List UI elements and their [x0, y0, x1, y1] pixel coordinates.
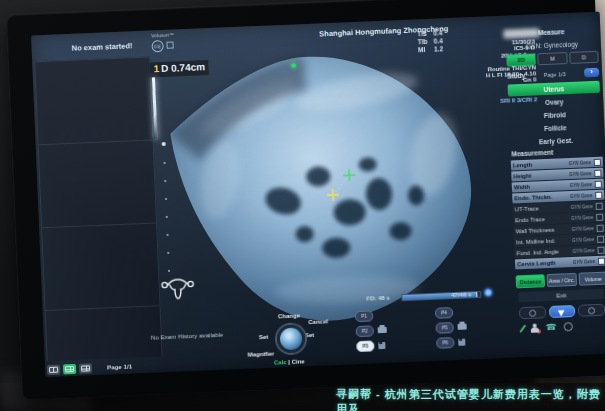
trackball-icon [276, 324, 305, 353]
toggle-cursor[interactable] [549, 305, 576, 318]
measurement-rows: LengthGYN Gene HeightGYN Gene WidthGYN G… [511, 157, 605, 271]
study-next-button[interactable]: › [584, 68, 599, 78]
volume-button[interactable]: Volume [578, 272, 605, 286]
exit-button[interactable]: Exit [518, 289, 604, 303]
pkey-p3[interactable]: P3 [356, 340, 374, 352]
video-caption: 寻嗣帮 - 杭州第三代试管婴儿新费用表一览，附费用及 [336, 387, 605, 411]
fd-counter: 47/48 s [451, 291, 471, 299]
layout-single-button[interactable] [47, 365, 60, 376]
pkey-p1[interactable]: P1 [355, 310, 373, 322]
layout-quad-button[interactable] [63, 364, 76, 375]
tab-2d[interactable]: 2D [506, 53, 536, 66]
pkeys-right: P4 P5 P6 [435, 305, 477, 352]
printer-icon [378, 327, 387, 333]
system-status-icon[interactable] [484, 288, 492, 296]
phone-icon[interactable]: ☎ [546, 323, 558, 332]
study-page: Page 1/3 [525, 70, 584, 78]
trackball-change: Change [278, 312, 300, 319]
checkbox[interactable] [597, 246, 604, 253]
photo-background: No exam started! Voluson™ GE 1D 0.74cm [0, 0, 605, 411]
trackball-set-left: Set [259, 334, 269, 340]
ge-logo-icon: GE [151, 40, 163, 52]
mode-tabs: 2D M D [506, 51, 598, 67]
ultrasound-screen: No exam started! Voluson™ GE 1D 0.74cm [31, 12, 605, 378]
cursor-icon [558, 307, 567, 316]
logo-square-icon [166, 42, 173, 49]
checkbox[interactable] [595, 180, 602, 187]
circle-icon [588, 307, 595, 314]
panel-subtitle: GYN: Gynecology [506, 40, 598, 51]
monitor-bezel: No exam started! Voluson™ GE 1D 0.74cm [6, 0, 605, 400]
checkbox[interactable] [598, 257, 605, 264]
network-icon[interactable] [564, 322, 573, 331]
tab-d[interactable]: D [569, 51, 599, 64]
tis-value: 0.4 [433, 29, 442, 36]
layout-list-button[interactable] [79, 363, 92, 374]
checkbox[interactable] [596, 213, 603, 220]
exam-status-text: No exam started! [72, 42, 133, 53]
save-disk-icon [458, 338, 465, 345]
voluson-logo-text: Voluson™ [151, 32, 174, 39]
checkbox[interactable] [597, 235, 604, 242]
measure-actions: Distance Area / Circ. Volume [516, 272, 605, 289]
user-status-icon[interactable] [531, 323, 539, 332]
fd-label: FD: 48 s [366, 295, 390, 303]
pkey-p6[interactable]: P6 [436, 337, 454, 349]
study-list: Uterus Ovary Fibroid Follicle Early Gest… [508, 81, 603, 150]
layout-buttons [47, 363, 92, 375]
area-circ-button[interactable]: Area / Circ. [547, 273, 577, 287]
printer-icon [458, 323, 467, 329]
pkeys-left: P1 P2 P3 [355, 308, 397, 355]
toggle-left[interactable] [519, 306, 546, 319]
voluson-logo: Voluson™ GE [151, 32, 175, 52]
toggle-right[interactable] [578, 304, 605, 317]
measure-panel: Measure GYN: Gynecology 2D M D Study Pag… [505, 20, 605, 354]
measurement-header: Measurement [511, 149, 553, 158]
pkey-p4[interactable]: P4 [435, 307, 453, 319]
trackball-cancel: Cancel [308, 318, 328, 325]
uterus-bodymark-icon [159, 275, 196, 302]
checkbox[interactable] [594, 169, 601, 176]
checkbox[interactable] [595, 191, 602, 198]
save-disk-icon [378, 341, 385, 348]
history-page-indicator: Page 1/1 [107, 363, 132, 371]
study-label: Study [507, 72, 525, 80]
trackball-hint: Change Cancel Set Set Magnifier Calc | C… [246, 311, 334, 369]
tab-m[interactable]: M [538, 52, 568, 65]
study-row: Study Page 1/3 › [507, 68, 599, 81]
trackball-magnifier: Magnifier [248, 351, 275, 358]
pkey-p5[interactable]: P5 [435, 322, 453, 334]
panel-title: Measure [505, 27, 597, 38]
study-item-early-gest[interactable]: Early Gest. [510, 133, 602, 149]
checkbox[interactable] [596, 202, 603, 209]
circle-icon [529, 309, 536, 316]
checkbox[interactable] [596, 224, 603, 231]
trackball-set-right: Set [305, 332, 315, 338]
trackball-calc-cine: Calc | Cine [274, 358, 305, 365]
checkbox[interactable] [594, 158, 601, 165]
pointer-toggle-group [519, 304, 605, 320]
distance-button[interactable]: Distance [516, 274, 546, 288]
pkey-p2[interactable]: P2 [356, 325, 374, 337]
